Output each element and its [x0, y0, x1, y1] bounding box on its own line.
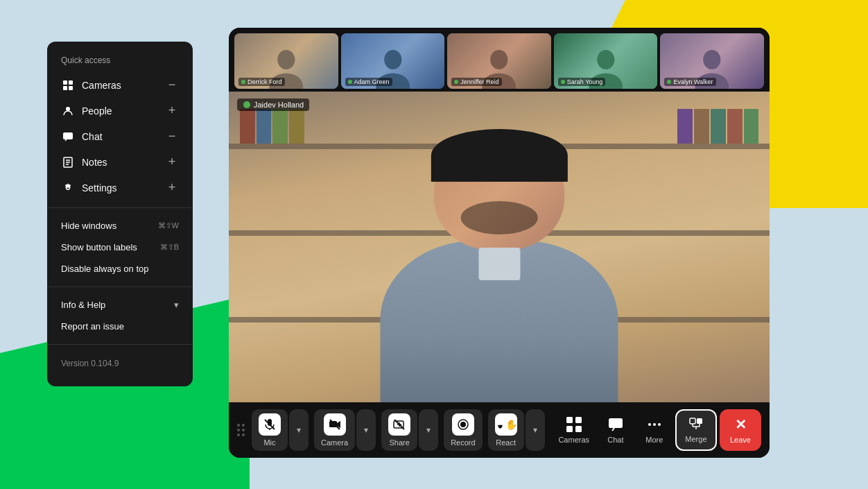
svg-rect-29 [566, 426, 573, 432]
video-container: Derrick Ford Adam Green [229, 28, 770, 458]
share-label: Share [389, 438, 409, 447]
svg-point-4 [66, 107, 70, 111]
svg-point-10 [277, 50, 295, 69]
cameras-icon-button[interactable]: Cameras [553, 412, 595, 448]
main-speaker-area: Jaidev Holland [229, 92, 770, 438]
chat-icon-label: Chat [607, 436, 623, 444]
record-button-group: Record [444, 409, 482, 451]
share-button[interactable]: Share [381, 409, 417, 451]
react-button[interactable]: ✋ React [488, 409, 524, 451]
sidebar-item-chat[interactable]: Chat − [58, 123, 182, 149]
camera-button-group: Camera ▾ [314, 409, 376, 451]
grid-icon [61, 78, 75, 92]
thumbnail-label-1: Adam Green [345, 78, 392, 86]
leave-x-icon: ✕ [735, 416, 747, 433]
hide-windows-shortcut: ⌘⇧W [158, 221, 179, 230]
svg-rect-2 [63, 86, 67, 90]
gear-icon [61, 181, 75, 195]
sidebar-report-issue[interactable]: Report an issue [47, 316, 193, 337]
thumbnail-2[interactable]: Jenniffer Reid [447, 33, 551, 89]
sidebar-show-button-labels[interactable]: Show button labels ⌘⇧B [47, 237, 193, 258]
mic-button[interactable]: Mic [252, 409, 288, 451]
react-label: React [496, 438, 516, 447]
info-help-label: Info & Help [61, 300, 105, 310]
mic-label: Mic [263, 438, 275, 447]
svg-point-12 [490, 50, 507, 69]
thumbnail-3[interactable]: Sarah Young [554, 33, 658, 89]
thumbnail-1[interactable]: Adam Green [341, 33, 445, 89]
thumbnail-0[interactable]: Derrick Ford [234, 33, 338, 89]
toolbar: Mic ▾ Camera ▾ [229, 402, 770, 458]
notes-icon [61, 155, 75, 169]
svg-point-34 [658, 423, 661, 426]
chat-icon-button[interactable]: Chat [598, 412, 634, 448]
camera-button[interactable]: Camera [314, 409, 355, 451]
sidebar-item-settings[interactable]: Settings + [58, 175, 182, 200]
more-icon-button[interactable]: More [636, 412, 672, 448]
record-label: Record [451, 438, 475, 447]
svg-rect-0 [63, 80, 67, 85]
svg-point-11 [384, 50, 401, 69]
hide-windows-label: Hide windows [61, 221, 116, 231]
record-button[interactable]: Record [444, 409, 482, 451]
svg-rect-31 [609, 418, 623, 428]
share-button-group: Share ▾ [381, 409, 438, 451]
sidebar-item-notes[interactable]: Notes + [58, 149, 182, 175]
info-help-chevron: ▾ [174, 300, 179, 310]
svg-rect-5 [63, 132, 73, 139]
drag-handle[interactable] [237, 424, 245, 436]
thumbnail-label-3: Sarah Young [558, 78, 606, 86]
merge-button[interactable]: Merge [675, 409, 717, 451]
people-label: People [82, 105, 165, 117]
camera-label: Camera [321, 438, 348, 447]
person-icon [61, 104, 75, 118]
notes-label: Notes [82, 157, 165, 168]
camera-chevron[interactable]: ▾ [356, 409, 376, 451]
thumbnail-label-0: Derrick Ford [238, 78, 285, 86]
show-button-labels-shortcut: ⌘⇧B [160, 243, 179, 252]
svg-rect-30 [575, 426, 582, 432]
sidebar-item-people[interactable]: People + [58, 98, 182, 123]
chat-icon [61, 130, 75, 144]
svg-rect-3 [69, 86, 73, 90]
camera-muted-icon [324, 413, 346, 436]
react-chevron[interactable]: ▾ [526, 409, 545, 451]
sidebar-hide-windows[interactable]: Hide windows ⌘⇧W [47, 215, 193, 237]
sidebar: Quick access Cameras − People [47, 42, 193, 386]
mic-chevron[interactable]: ▾ [289, 409, 309, 451]
share-chevron[interactable]: ▾ [419, 409, 438, 451]
leave-button[interactable]: ✕ Leave [720, 409, 761, 451]
record-icon [452, 413, 474, 436]
disable-always-on-top-label: Disable always on top [61, 264, 148, 274]
sidebar-version: Version 0.104.9 [47, 352, 193, 375]
svg-point-32 [648, 423, 651, 426]
chat-label: Chat [82, 131, 165, 142]
sidebar-disable-always-on-top[interactable]: Disable always on top [47, 258, 193, 280]
sidebar-title: Quick access [58, 53, 182, 72]
leave-label: Leave [730, 436, 751, 444]
thumbnail-label-4: Evalyn Walker [664, 78, 715, 86]
chat-action: − [165, 129, 179, 144]
thumbnail-label-2: Jenniffer Reid [451, 78, 501, 86]
sidebar-info-help[interactable]: Info & Help ▾ [47, 294, 193, 316]
svg-point-33 [653, 423, 656, 426]
more-icon-label: More [645, 436, 663, 444]
main-speaker-label: Jaidev Holland [237, 98, 309, 111]
svg-rect-28 [575, 417, 582, 423]
sidebar-item-cameras[interactable]: Cameras − [58, 72, 182, 98]
people-action: + [165, 103, 179, 118]
main-content: Derrick Ford Adam Green [229, 28, 840, 475]
notes-action: + [165, 155, 179, 169]
report-issue-label: Report an issue [61, 321, 124, 332]
svg-rect-35 [690, 418, 695, 424]
svg-rect-36 [697, 418, 702, 424]
mic-button-group: Mic ▾ [252, 409, 309, 451]
svg-point-13 [597, 50, 614, 69]
react-button-group: ✋ React ▾ [488, 409, 545, 451]
thumbnail-strip: Derrick Ford Adam Green [229, 28, 770, 92]
svg-rect-1 [69, 80, 73, 85]
svg-point-14 [704, 50, 721, 69]
merge-label: Merge [685, 435, 706, 443]
svg-rect-27 [566, 417, 573, 423]
thumbnail-4[interactable]: Evalyn Walker [660, 33, 764, 89]
